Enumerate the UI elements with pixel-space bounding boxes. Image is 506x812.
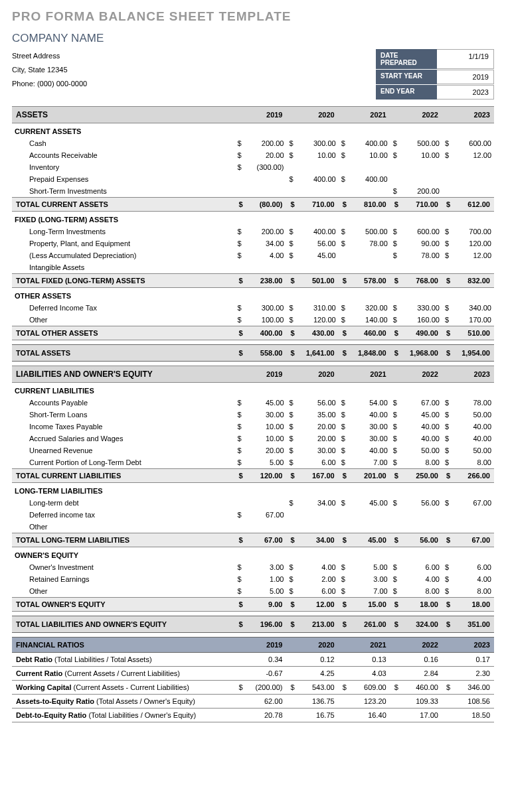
cell-value: 5.00 (247, 585, 287, 598)
currency-symbol: $ (234, 274, 246, 288)
currency-symbol: $ (339, 137, 351, 149)
cell-value: 78.00 (454, 397, 494, 409)
currency-symbol: $ (234, 433, 246, 444)
cell-value: 832.00 (454, 274, 494, 288)
year-header: 2020 (299, 107, 339, 123)
currency-symbol: $ (234, 421, 246, 433)
currency-symbol: $ (287, 198, 299, 212)
currency-symbol (442, 521, 454, 533)
cell-value: 7.00 (351, 456, 390, 469)
currency-symbol: $ (390, 433, 402, 444)
row-label: TOTAL CURRENT ASSETS (12, 198, 234, 212)
cell-value: 0.13 (351, 653, 390, 667)
currency-symbol (339, 161, 351, 173)
subsection-header: FIXED (LONG-TERM) ASSETS (12, 212, 494, 226)
cell-value: 460.00 (351, 326, 390, 340)
currency-symbol: $ (339, 433, 351, 444)
table-row: Inventory$(300.00) (12, 161, 494, 173)
cell-value: 0.34 (247, 653, 287, 667)
currency-symbol: $ (287, 433, 299, 444)
ratio-label: Debt-to-Equity Ratio (Total Liabilities … (12, 709, 234, 722)
cell-value (247, 173, 287, 185)
currency-symbol: $ (442, 274, 454, 288)
cell-value: 213.00 (299, 616, 339, 633)
cell-value (351, 261, 390, 274)
row-label: Owner's Investment (12, 561, 234, 573)
cell-value (454, 173, 494, 185)
end-year-label: END YEAR (376, 85, 437, 100)
row-label: Long-Term Investments (12, 226, 234, 237)
table-row: Property, Plant, and Equipment$34.00$56.… (12, 237, 494, 249)
cell-value: 5.00 (351, 561, 390, 573)
currency-symbol: $ (287, 173, 299, 185)
currency-symbol: $ (287, 469, 299, 483)
currency-symbol: $ (339, 226, 351, 237)
cell-value: 5.00 (247, 456, 287, 469)
city: City, State 12345 (12, 63, 87, 77)
currency-symbol: $ (234, 137, 246, 149)
cell-value: 266.00 (454, 469, 494, 483)
currency-symbol: $ (339, 198, 351, 212)
currency-symbol: $ (390, 421, 402, 433)
currency-symbol: $ (390, 345, 402, 362)
currency-symbol: $ (287, 237, 299, 249)
cell-value: 35.00 (299, 409, 339, 421)
currency-symbol: $ (339, 149, 351, 161)
currency-symbol (390, 521, 402, 533)
currency-symbol: $ (287, 681, 299, 695)
row-label: Income Taxes Payable (12, 421, 234, 433)
cell-value: 768.00 (402, 274, 442, 288)
cell-value: 609.00 (351, 681, 390, 695)
row-label: Deferred income tax (12, 509, 234, 521)
row-label: Accounts Payable (12, 397, 234, 409)
cell-value: 120.00 (299, 314, 339, 326)
currency-symbol: $ (287, 533, 299, 547)
currency-symbol: $ (287, 326, 299, 340)
currency-symbol (442, 667, 454, 681)
cell-value: 4.00 (454, 573, 494, 585)
cell-value (351, 509, 390, 521)
cell-value (247, 261, 287, 274)
cell-value: 9.00 (247, 598, 287, 612)
cell-value (247, 521, 287, 533)
currency-symbol: $ (339, 314, 351, 326)
section-header: FINANCIAL RATIOS20192020202120222023 (12, 638, 494, 653)
subsection-label: CURRENT LIABILITIES (12, 383, 494, 397)
currency-symbol (390, 709, 402, 722)
currency-symbol: $ (234, 456, 246, 469)
currency-symbol (442, 709, 454, 722)
currency-symbol: $ (390, 274, 402, 288)
row-label: TOTAL LIABILITIES AND OWNER'S EQUITY (12, 616, 234, 633)
table-row: Owner's Investment$3.00$4.00$5.00$6.00$6… (12, 561, 494, 573)
cell-value: 200.00 (402, 185, 442, 198)
cell-value (351, 185, 390, 198)
currency-symbol: $ (442, 149, 454, 161)
table-row: Retained Earnings$1.00$2.00$3.00$4.00$4.… (12, 573, 494, 585)
cell-value: 1,848.00 (351, 345, 390, 362)
row-label: Cash (12, 137, 234, 149)
cell-value (454, 521, 494, 533)
cell-value: 20.00 (247, 444, 287, 456)
cell-value: 300.00 (247, 302, 287, 314)
currency-symbol (234, 185, 246, 198)
currency-symbol: $ (390, 249, 402, 261)
currency-symbol (339, 261, 351, 274)
row-label: Short-Term Loans (12, 409, 234, 421)
cell-value (454, 161, 494, 173)
row-label: Property, Plant, and Equipment (12, 237, 234, 249)
cell-value: (300.00) (247, 161, 287, 173)
cell-value (402, 161, 442, 173)
cell-value: 18.50 (454, 709, 494, 722)
end-year-value: 2023 (437, 85, 494, 100)
currency-symbol: $ (442, 444, 454, 456)
cell-value: 50.00 (454, 444, 494, 456)
cell-value: 20.78 (247, 709, 287, 722)
table-row: Other (12, 521, 494, 533)
date-prepared-value: 1/1/19 (437, 49, 494, 69)
cell-value: 30.00 (351, 421, 390, 433)
currency-symbol (287, 667, 299, 681)
currency-symbol: $ (234, 444, 246, 456)
cell-value: 160.00 (402, 314, 442, 326)
cell-value: 140.00 (351, 314, 390, 326)
currency-symbol (390, 653, 402, 667)
